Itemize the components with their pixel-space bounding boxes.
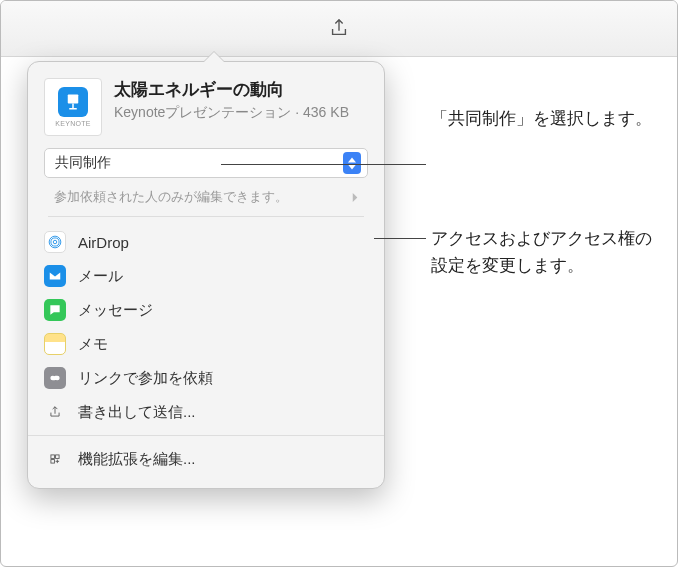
toolbar <box>1 1 677 57</box>
share-option-label: リンクで参加を依頼 <box>78 369 213 388</box>
svg-rect-0 <box>68 95 79 104</box>
share-icon <box>328 17 350 39</box>
messages-icon <box>44 299 66 321</box>
share-option-notes[interactable]: メモ <box>38 327 374 361</box>
edit-extensions-button[interactable]: 機能拡張を編集... <box>38 442 374 476</box>
share-option-link[interactable]: リンクで参加を依頼 <box>38 361 374 395</box>
share-option-label: メモ <box>78 335 108 354</box>
callout-2: アクセスおよびアクセス権の設定を変更します。 <box>431 225 661 279</box>
svg-rect-6 <box>51 455 55 459</box>
link-icon <box>44 367 66 389</box>
share-options-list: AirDrop メール メッセージ メモ リンクで参加を依頼 書き出して送信..… <box>28 217 384 436</box>
svg-rect-1 <box>72 104 74 109</box>
svg-rect-7 <box>56 455 60 459</box>
extensions-section: 機能拡張を編集... <box>28 436 384 480</box>
mode-section: 共同制作 参加依頼された人のみが編集できます。 <box>28 148 384 217</box>
share-option-label: メール <box>78 267 123 286</box>
chevron-right-icon <box>351 192 360 203</box>
share-option-label: メッセージ <box>78 301 153 320</box>
share-option-label: 書き出して送信... <box>78 403 196 422</box>
callout-leader-1 <box>221 164 426 165</box>
export-icon <box>44 401 66 423</box>
updown-icon <box>343 152 361 174</box>
extensions-icon <box>44 448 66 470</box>
popover-header: KEYNOTE 太陽エネルギーの動向 Keynoteプレゼンテーション · 43… <box>28 76 384 146</box>
access-settings-row[interactable]: 参加依頼された人のみが編集できます。 <box>48 186 364 217</box>
notes-icon <box>44 333 66 355</box>
select-value: 共同制作 <box>55 154 343 172</box>
file-badge: KEYNOTE <box>55 120 91 127</box>
svg-rect-8 <box>51 460 55 464</box>
share-option-airdrop[interactable]: AirDrop <box>38 225 374 259</box>
callout-1: 「共同制作」を選択します。 <box>431 105 661 132</box>
file-subtitle: Keynoteプレゼンテーション · 436 KB <box>114 103 368 122</box>
share-popover: KEYNOTE 太陽エネルギーの動向 Keynoteプレゼンテーション · 43… <box>27 61 385 489</box>
airdrop-icon <box>44 231 66 253</box>
share-option-messages[interactable]: メッセージ <box>38 293 374 327</box>
header-text: 太陽エネルギーの動向 Keynoteプレゼンテーション · 436 KB <box>114 78 368 136</box>
svg-point-4 <box>51 238 59 246</box>
share-option-label: AirDrop <box>78 234 129 251</box>
svg-point-3 <box>53 240 57 244</box>
extensions-label: 機能拡張を編集... <box>78 450 196 469</box>
share-button[interactable] <box>328 17 350 41</box>
share-option-export[interactable]: 書き出して送信... <box>38 395 374 429</box>
share-option-mail[interactable]: メール <box>38 259 374 293</box>
mail-icon <box>44 265 66 287</box>
keynote-icon <box>58 87 88 117</box>
callout-leader-2 <box>374 238 426 239</box>
access-text: 参加依頼された人のみが編集できます。 <box>54 188 288 206</box>
file-icon: KEYNOTE <box>44 78 102 136</box>
file-title: 太陽エネルギーの動向 <box>114 78 368 101</box>
svg-rect-2 <box>69 108 77 110</box>
collaboration-mode-select[interactable]: 共同制作 <box>44 148 368 178</box>
